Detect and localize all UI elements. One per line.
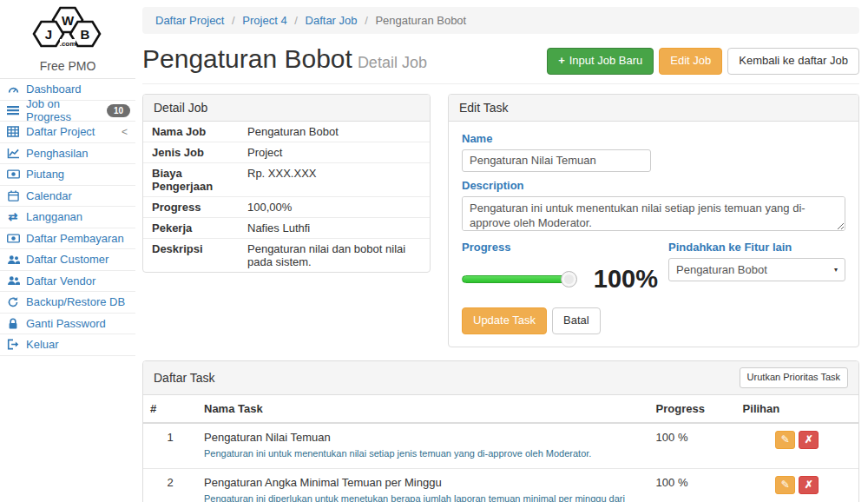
detail-row-nama-job: Nama Job Pengaturan Bobot (143, 122, 430, 142)
sidebar-nav: Dashboard Job on Progress 10 Daftar Proj… (0, 78, 135, 356)
progress-slider[interactable] (462, 275, 569, 283)
sidebar-item-label: Penghasilan (26, 147, 89, 160)
detail-row-pekerja: Pekerja Nafies Luthfi (143, 218, 430, 239)
breadcrumb-current: Pengaturan Bobot (375, 14, 466, 27)
task-description: Pengaturan ini untuk menentukan nilai se… (204, 447, 642, 461)
svg-text:W: W (62, 13, 75, 28)
sidebar-item-keluar[interactable]: Keluar (0, 334, 135, 356)
sidebar-item-label: Ganti Password (26, 317, 106, 330)
brand-name: Free PMO (0, 59, 135, 73)
task-actions-cell: ✎ ✗ (736, 468, 858, 502)
lock-icon (6, 318, 20, 329)
task-description-textarea[interactable]: Pengaturan ini untuk menentukan nilai se… (462, 196, 845, 231)
breadcrumb: Daftar Project / Project 4 / Daftar Job … (142, 7, 859, 34)
sidebar-item-ganti-password[interactable]: Ganti Password (0, 314, 135, 335)
detail-row-jenis-job: Jenis Job Project (143, 142, 430, 163)
sidebar-item-langganan[interactable]: ⇄ Langganan (0, 207, 135, 228)
edit-task-panel: Edit Task Name Description Pengaturan in… (448, 94, 859, 347)
edit-task-form: Name Description Pengaturan ini untuk me… (449, 122, 858, 347)
kembali-ke-daftar-job-button[interactable]: Kembali ke daftar Job (727, 48, 859, 75)
edit-task-panel-title: Edit Task (449, 95, 858, 122)
column-header-num: # (143, 395, 197, 423)
sidebar-item-label: Daftar Project (26, 125, 95, 138)
breadcrumb-project-4[interactable]: Project 4 (242, 14, 286, 27)
column-header-nama-task: Nama Task (197, 395, 649, 423)
detail-job-panel-title: Detail Job (143, 95, 430, 122)
delete-task-button[interactable]: ✗ (799, 476, 819, 494)
move-feature-selected-value: Pengaturan Bobot (676, 263, 767, 276)
money-icon (6, 234, 20, 243)
task-table-header-row: # Nama Task Progress Pilihan (143, 395, 858, 423)
sidebar-item-label: Piutang (26, 168, 64, 181)
task-name-input[interactable] (462, 149, 651, 172)
sidebar-item-daftar-pembayaran[interactable]: Daftar Pembayaran (0, 228, 135, 250)
sidebar: W J B .com Free PMO Dashboard Job on Pro… (0, 0, 135, 502)
sidebar-item-job-on-progress[interactable]: Job on Progress 10 (0, 101, 135, 122)
refresh-icon (6, 296, 20, 308)
sign-out-icon (6, 339, 20, 350)
select-dropdown-arrow-icon: ▾ (834, 266, 838, 274)
column-header-pilihan: Pilihan (736, 395, 858, 423)
svg-text:J: J (45, 27, 52, 42)
sidebar-item-penghasilan[interactable]: Penghasilan (0, 143, 135, 165)
sidebar-item-label: Daftar Pembayaran (26, 232, 124, 245)
progress-slider-handle[interactable] (561, 271, 577, 287)
x-icon: ✗ (805, 479, 813, 490)
dashboard-icon (6, 83, 20, 96)
pencil-icon: ✎ (781, 434, 790, 445)
jwb-logo-icon: W J B .com (27, 6, 108, 55)
svg-text:B: B (81, 27, 90, 42)
sidebar-item-calendar[interactable]: Calendar (0, 186, 135, 208)
page-header: Pengaturan BobotDetail Job + Input Job B… (142, 41, 859, 84)
progress-slider-row: 100% (462, 265, 658, 294)
column-header-progress: Progress (649, 395, 736, 423)
progress-label: Progress (462, 241, 658, 254)
breadcrumb-daftar-project[interactable]: Daftar Project (155, 14, 224, 27)
list-icon (6, 105, 20, 116)
plus-icon: + (558, 53, 565, 69)
job-count-badge: 10 (107, 104, 130, 117)
move-feature-select[interactable]: Pengaturan Bobot ▾ (668, 258, 845, 281)
sidebar-item-backup-restore-db[interactable]: Backup/Restore DB (0, 292, 135, 314)
logo-box[interactable]: W J B .com Free PMO (0, 0, 135, 78)
task-progress: 100 % (649, 468, 736, 502)
pencil-icon: ✎ (781, 479, 790, 490)
daftar-task-panel-title: Daftar Task (154, 371, 215, 385)
breadcrumb-separator: / (232, 14, 235, 27)
edit-job-button[interactable]: Edit Job (659, 48, 722, 75)
progress-column: Progress 100% (462, 234, 658, 294)
daftar-task-panel: Daftar Task Urutkan Prioritas Task # Nam… (142, 360, 859, 502)
table-row: 1 Pengaturan Nilai Temuan Pengaturan ini… (143, 423, 858, 468)
calendar-icon (6, 190, 20, 201)
task-table: # Nama Task Progress Pilihan 1 Pengatura… (143, 395, 858, 502)
money-icon (6, 169, 20, 179)
main-content: Daftar Project / Project 4 / Daftar Job … (142, 0, 859, 502)
detail-job-table: Nama Job Pengaturan Bobot Jenis Job Proj… (143, 122, 430, 272)
urutkan-prioritas-task-button-top[interactable]: Urutkan Prioritas Task (740, 367, 848, 388)
edit-task-button[interactable]: ✎ (775, 476, 795, 494)
description-label: Description (462, 179, 845, 192)
table-icon (6, 126, 20, 137)
sidebar-item-piutang[interactable]: Piutang (0, 164, 135, 186)
delete-task-button[interactable]: ✗ (799, 431, 819, 449)
task-name: Pengaturan Angka Minimal Temuan per Ming… (204, 476, 642, 489)
batal-button[interactable]: Batal (552, 307, 601, 334)
sidebar-item-daftar-customer[interactable]: Daftar Customer (0, 249, 135, 271)
sidebar-item-daftar-vendor[interactable]: Daftar Vendor (0, 271, 135, 293)
users-icon (6, 275, 20, 286)
breadcrumb-daftar-job[interactable]: Daftar Job (306, 14, 358, 27)
daftar-task-panel-heading: Daftar Task Urutkan Prioritas Task (143, 361, 858, 395)
breadcrumb-separator: / (365, 14, 368, 27)
edit-task-button[interactable]: ✎ (775, 431, 795, 449)
task-name: Pengaturan Nilai Temuan (204, 431, 642, 444)
sidebar-item-label: Daftar Vendor (26, 274, 95, 287)
page-title: Pengaturan BobotDetail Job (142, 44, 427, 73)
update-task-button[interactable]: Update Task (462, 307, 547, 334)
sidebar-item-label: Job on Progress (26, 97, 101, 123)
page-subtitle: Detail Job (358, 54, 427, 71)
sidebar-item-daftar-project[interactable]: Daftar Project < (0, 122, 135, 143)
name-label: Name (462, 132, 845, 145)
move-column: Pindahkan ke Fitur lain Pengaturan Bobot… (658, 234, 845, 294)
sidebar-item-label: Langganan (26, 210, 82, 223)
input-job-baru-button[interactable]: + Input Job Baru (547, 48, 654, 75)
